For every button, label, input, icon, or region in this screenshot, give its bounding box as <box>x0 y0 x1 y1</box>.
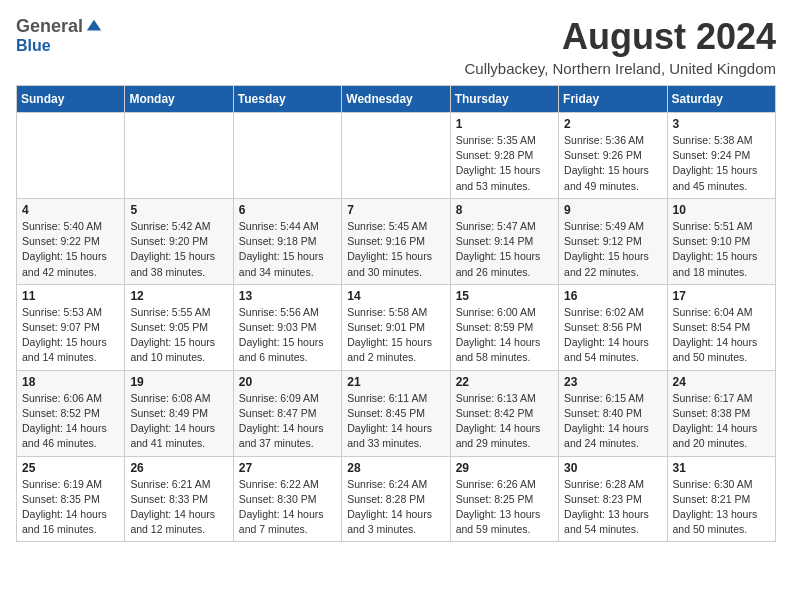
calendar-week-row: 1Sunrise: 5:35 AM Sunset: 9:28 PM Daylig… <box>17 113 776 199</box>
calendar-cell: 29Sunrise: 6:26 AM Sunset: 8:25 PM Dayli… <box>450 456 558 542</box>
calendar-cell: 13Sunrise: 5:56 AM Sunset: 9:03 PM Dayli… <box>233 284 341 370</box>
calendar-cell: 1Sunrise: 5:35 AM Sunset: 9:28 PM Daylig… <box>450 113 558 199</box>
logo: General Blue <box>16 16 103 55</box>
day-info: Sunrise: 6:19 AM Sunset: 8:35 PM Dayligh… <box>22 477 119 538</box>
logo-general: General <box>16 16 83 37</box>
calendar-cell: 18Sunrise: 6:06 AM Sunset: 8:52 PM Dayli… <box>17 370 125 456</box>
calendar-cell: 17Sunrise: 6:04 AM Sunset: 8:54 PM Dayli… <box>667 284 775 370</box>
day-info: Sunrise: 5:38 AM Sunset: 9:24 PM Dayligh… <box>673 133 770 194</box>
calendar-cell: 15Sunrise: 6:00 AM Sunset: 8:59 PM Dayli… <box>450 284 558 370</box>
month-title: August 2024 <box>464 16 776 58</box>
calendar-cell <box>125 113 233 199</box>
calendar-header-row: Sunday Monday Tuesday Wednesday Thursday… <box>17 86 776 113</box>
day-number: 20 <box>239 375 336 389</box>
day-info: Sunrise: 6:22 AM Sunset: 8:30 PM Dayligh… <box>239 477 336 538</box>
calendar-cell: 6Sunrise: 5:44 AM Sunset: 9:18 PM Daylig… <box>233 198 341 284</box>
day-info: Sunrise: 5:45 AM Sunset: 9:16 PM Dayligh… <box>347 219 444 280</box>
day-number: 6 <box>239 203 336 217</box>
day-number: 23 <box>564 375 661 389</box>
day-number: 2 <box>564 117 661 131</box>
calendar-cell: 10Sunrise: 5:51 AM Sunset: 9:10 PM Dayli… <box>667 198 775 284</box>
calendar-cell: 24Sunrise: 6:17 AM Sunset: 8:38 PM Dayli… <box>667 370 775 456</box>
day-number: 25 <box>22 461 119 475</box>
calendar-cell: 11Sunrise: 5:53 AM Sunset: 9:07 PM Dayli… <box>17 284 125 370</box>
day-number: 22 <box>456 375 553 389</box>
day-info: Sunrise: 6:08 AM Sunset: 8:49 PM Dayligh… <box>130 391 227 452</box>
day-number: 9 <box>564 203 661 217</box>
calendar-cell: 30Sunrise: 6:28 AM Sunset: 8:23 PM Dayli… <box>559 456 667 542</box>
day-info: Sunrise: 5:58 AM Sunset: 9:01 PM Dayligh… <box>347 305 444 366</box>
calendar-cell: 20Sunrise: 6:09 AM Sunset: 8:47 PM Dayli… <box>233 370 341 456</box>
logo-icon <box>85 18 103 36</box>
title-block: August 2024 Cullybackey, Northern Irelan… <box>464 16 776 77</box>
day-info: Sunrise: 6:00 AM Sunset: 8:59 PM Dayligh… <box>456 305 553 366</box>
calendar-cell: 7Sunrise: 5:45 AM Sunset: 9:16 PM Daylig… <box>342 198 450 284</box>
calendar-cell: 22Sunrise: 6:13 AM Sunset: 8:42 PM Dayli… <box>450 370 558 456</box>
day-info: Sunrise: 6:06 AM Sunset: 8:52 PM Dayligh… <box>22 391 119 452</box>
day-info: Sunrise: 5:49 AM Sunset: 9:12 PM Dayligh… <box>564 219 661 280</box>
day-info: Sunrise: 5:47 AM Sunset: 9:14 PM Dayligh… <box>456 219 553 280</box>
calendar-cell <box>17 113 125 199</box>
calendar-cell: 26Sunrise: 6:21 AM Sunset: 8:33 PM Dayli… <box>125 456 233 542</box>
day-info: Sunrise: 6:26 AM Sunset: 8:25 PM Dayligh… <box>456 477 553 538</box>
calendar-cell <box>233 113 341 199</box>
day-number: 19 <box>130 375 227 389</box>
calendar-cell: 31Sunrise: 6:30 AM Sunset: 8:21 PM Dayli… <box>667 456 775 542</box>
calendar-cell: 14Sunrise: 5:58 AM Sunset: 9:01 PM Dayli… <box>342 284 450 370</box>
day-number: 31 <box>673 461 770 475</box>
day-info: Sunrise: 6:11 AM Sunset: 8:45 PM Dayligh… <box>347 391 444 452</box>
header-tuesday: Tuesday <box>233 86 341 113</box>
calendar-cell: 21Sunrise: 6:11 AM Sunset: 8:45 PM Dayli… <box>342 370 450 456</box>
day-info: Sunrise: 6:28 AM Sunset: 8:23 PM Dayligh… <box>564 477 661 538</box>
calendar-week-row: 18Sunrise: 6:06 AM Sunset: 8:52 PM Dayli… <box>17 370 776 456</box>
day-number: 13 <box>239 289 336 303</box>
calendar-cell: 4Sunrise: 5:40 AM Sunset: 9:22 PM Daylig… <box>17 198 125 284</box>
day-number: 15 <box>456 289 553 303</box>
calendar-cell: 5Sunrise: 5:42 AM Sunset: 9:20 PM Daylig… <box>125 198 233 284</box>
calendar-week-row: 4Sunrise: 5:40 AM Sunset: 9:22 PM Daylig… <box>17 198 776 284</box>
day-number: 29 <box>456 461 553 475</box>
day-info: Sunrise: 5:51 AM Sunset: 9:10 PM Dayligh… <box>673 219 770 280</box>
header-saturday: Saturday <box>667 86 775 113</box>
calendar-cell: 12Sunrise: 5:55 AM Sunset: 9:05 PM Dayli… <box>125 284 233 370</box>
day-number: 18 <box>22 375 119 389</box>
calendar-cell: 19Sunrise: 6:08 AM Sunset: 8:49 PM Dayli… <box>125 370 233 456</box>
day-info: Sunrise: 5:40 AM Sunset: 9:22 PM Dayligh… <box>22 219 119 280</box>
day-info: Sunrise: 6:13 AM Sunset: 8:42 PM Dayligh… <box>456 391 553 452</box>
day-info: Sunrise: 6:09 AM Sunset: 8:47 PM Dayligh… <box>239 391 336 452</box>
header-thursday: Thursday <box>450 86 558 113</box>
day-number: 24 <box>673 375 770 389</box>
day-info: Sunrise: 6:21 AM Sunset: 8:33 PM Dayligh… <box>130 477 227 538</box>
day-info: Sunrise: 5:55 AM Sunset: 9:05 PM Dayligh… <box>130 305 227 366</box>
calendar-cell: 27Sunrise: 6:22 AM Sunset: 8:30 PM Dayli… <box>233 456 341 542</box>
day-number: 8 <box>456 203 553 217</box>
day-number: 10 <box>673 203 770 217</box>
calendar-week-row: 11Sunrise: 5:53 AM Sunset: 9:07 PM Dayli… <box>17 284 776 370</box>
day-info: Sunrise: 6:17 AM Sunset: 8:38 PM Dayligh… <box>673 391 770 452</box>
day-number: 5 <box>130 203 227 217</box>
day-number: 11 <box>22 289 119 303</box>
header-wednesday: Wednesday <box>342 86 450 113</box>
logo-blue: Blue <box>16 37 51 54</box>
day-info: Sunrise: 5:56 AM Sunset: 9:03 PM Dayligh… <box>239 305 336 366</box>
day-info: Sunrise: 6:02 AM Sunset: 8:56 PM Dayligh… <box>564 305 661 366</box>
day-info: Sunrise: 5:42 AM Sunset: 9:20 PM Dayligh… <box>130 219 227 280</box>
header-friday: Friday <box>559 86 667 113</box>
day-info: Sunrise: 5:35 AM Sunset: 9:28 PM Dayligh… <box>456 133 553 194</box>
day-number: 16 <box>564 289 661 303</box>
day-number: 4 <box>22 203 119 217</box>
calendar-week-row: 25Sunrise: 6:19 AM Sunset: 8:35 PM Dayli… <box>17 456 776 542</box>
day-info: Sunrise: 6:04 AM Sunset: 8:54 PM Dayligh… <box>673 305 770 366</box>
day-info: Sunrise: 5:44 AM Sunset: 9:18 PM Dayligh… <box>239 219 336 280</box>
calendar-cell: 9Sunrise: 5:49 AM Sunset: 9:12 PM Daylig… <box>559 198 667 284</box>
day-number: 28 <box>347 461 444 475</box>
day-number: 1 <box>456 117 553 131</box>
calendar-cell: 2Sunrise: 5:36 AM Sunset: 9:26 PM Daylig… <box>559 113 667 199</box>
calendar-cell: 8Sunrise: 5:47 AM Sunset: 9:14 PM Daylig… <box>450 198 558 284</box>
day-info: Sunrise: 5:36 AM Sunset: 9:26 PM Dayligh… <box>564 133 661 194</box>
calendar-cell <box>342 113 450 199</box>
day-info: Sunrise: 6:30 AM Sunset: 8:21 PM Dayligh… <box>673 477 770 538</box>
calendar-cell: 23Sunrise: 6:15 AM Sunset: 8:40 PM Dayli… <box>559 370 667 456</box>
day-number: 27 <box>239 461 336 475</box>
calendar-cell: 16Sunrise: 6:02 AM Sunset: 8:56 PM Dayli… <box>559 284 667 370</box>
